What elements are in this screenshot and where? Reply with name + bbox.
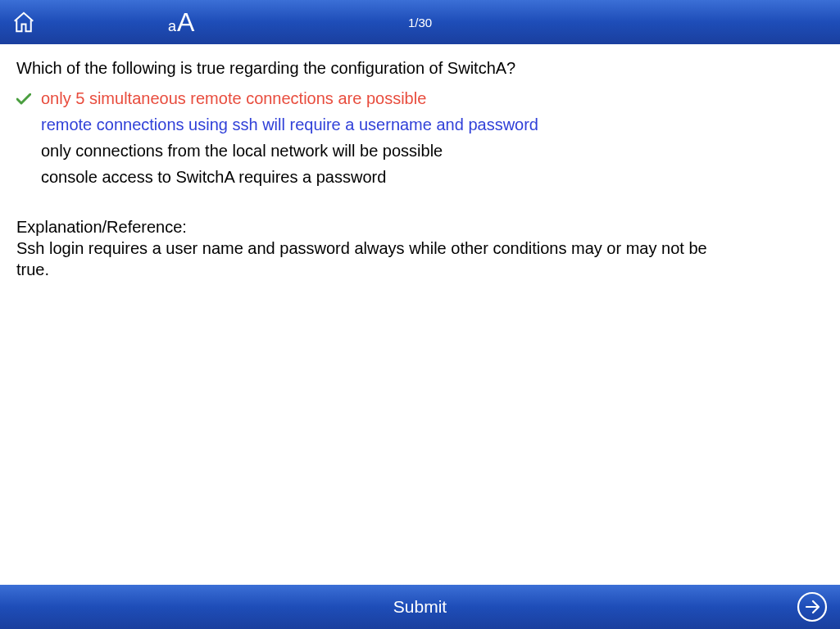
font-big-label: A [177, 7, 194, 38]
font-size-button[interactable]: a A [168, 7, 194, 38]
font-small-label: a [168, 18, 176, 35]
answer-text: console access to SwitchA requires a pas… [41, 168, 386, 187]
check-icon [16, 93, 31, 105]
content-area: Which of the following is true regarding… [0, 44, 840, 585]
answer-text: only 5 simultaneous remote connections a… [41, 89, 426, 108]
explanation-label: Explanation/Reference: [16, 216, 713, 238]
submit-button[interactable]: Submit [393, 597, 447, 617]
answer-option[interactable]: remote connections using ssh will requir… [16, 115, 824, 134]
answer-mark [16, 93, 41, 105]
footer-bar: Submit [0, 585, 840, 629]
answer-option[interactable]: only 5 simultaneous remote connections a… [16, 89, 824, 108]
answer-option[interactable]: console access to SwitchA requires a pas… [16, 168, 824, 187]
explanation-text: Ssh login requires a user name and passw… [16, 239, 707, 278]
page-counter: 1/30 [408, 16, 432, 29]
question-text: Which of the following is true regarding… [16, 59, 824, 78]
answer-list: only 5 simultaneous remote connections a… [16, 89, 824, 187]
header-bar: a A 1/30 [0, 0, 840, 44]
answer-text: remote connections using ssh will requir… [41, 115, 538, 134]
answer-text: only connections from the local network … [41, 142, 443, 161]
explanation-block: Explanation/Reference: Ssh login require… [16, 216, 713, 280]
next-arrow-icon[interactable] [796, 591, 829, 623]
home-icon[interactable] [11, 10, 36, 34]
answer-option[interactable]: only connections from the local network … [16, 142, 824, 161]
